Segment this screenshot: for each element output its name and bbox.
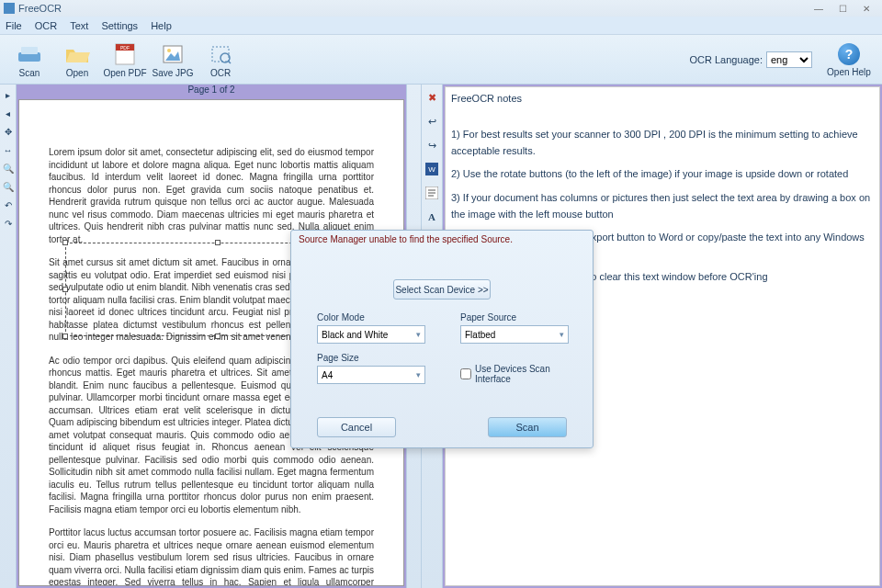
ocr-button[interactable]: OCR — [198, 38, 243, 82]
menubar: File OCR Text Settings Help — [0, 17, 882, 35]
scanner-icon — [17, 41, 42, 67]
move-icon[interactable]: ✥ — [3, 127, 14, 138]
note-line: 1) For best results set your scanner to … — [451, 127, 874, 159]
ocr-icon — [208, 41, 233, 67]
open-button[interactable]: Open — [55, 38, 99, 82]
window-title: FreeOCR — [18, 3, 62, 14]
clear-text-icon[interactable]: ✖ — [424, 90, 439, 105]
svg-line-11 — [228, 61, 231, 63]
maximize-button[interactable]: ☐ — [831, 2, 854, 15]
svg-rect-0 — [4, 3, 15, 14]
scan-button[interactable]: Scan — [7, 38, 51, 82]
export-word-icon[interactable]: W — [424, 162, 439, 176]
app-icon — [4, 3, 15, 14]
pdf-icon: PDF — [112, 41, 138, 67]
doc-para: Porttitor lacus luctus accumsan tortor p… — [49, 526, 374, 586]
cancel-button[interactable]: Cancel — [317, 417, 396, 437]
svg-text:PDF: PDF — [120, 45, 130, 51]
menu-settings[interactable]: Settings — [101, 20, 138, 31]
scan-confirm-button[interactable]: Scan — [488, 417, 567, 437]
rotate-cw-icon[interactable]: ↷ — [3, 219, 14, 230]
svg-rect-2 — [21, 47, 38, 54]
redo-icon[interactable]: ↪ — [424, 138, 439, 153]
use-device-interface-label: Use Devices Scan Interface — [475, 364, 567, 384]
page-size-label: Page Size — [317, 353, 425, 363]
page-size-select[interactable]: A4 — [317, 366, 425, 384]
select-scan-device-button[interactable]: Select Scan Device >> — [393, 279, 491, 300]
notes-title: FreeOCR notes — [451, 91, 874, 107]
ocr-language-select[interactable]: eng — [766, 51, 812, 68]
open-help-button[interactable]: ? Open Help — [823, 38, 875, 82]
left-tool-strip: ▸ ◂ ✥ ↔ 🔍 🔍 ↶ ↷ — [0, 85, 17, 588]
ocr-language-label: OCR Language: — [690, 54, 763, 65]
paper-source-label: Paper Source — [460, 312, 569, 322]
save-jpg-button[interactable]: Save JPG — [151, 38, 195, 82]
open-pdf-button[interactable]: PDF Open PDF — [103, 38, 147, 82]
note-line: 3) If your document has columns or pictu… — [451, 190, 874, 222]
menu-help[interactable]: Help — [151, 20, 172, 31]
arrow-left-icon[interactable]: ◂ — [3, 108, 14, 119]
svg-text:W: W — [428, 165, 435, 174]
image-icon — [160, 41, 186, 67]
menu-file[interactable]: File — [6, 20, 22, 31]
close-button[interactable]: ✕ — [854, 2, 878, 15]
menu-text[interactable]: Text — [70, 20, 88, 31]
color-mode-select[interactable]: Black and White — [317, 325, 425, 344]
scan-dialog: Source Manager unable to find the specif… — [290, 230, 594, 448]
zoom-in-icon[interactable]: 🔍 — [3, 164, 14, 175]
page-indicator: Page 1 of 2 — [17, 85, 406, 97]
help-icon: ? — [838, 43, 860, 65]
resize-horizontal-icon[interactable]: ↔ — [3, 145, 14, 156]
arrow-right-icon[interactable]: ▸ — [3, 90, 14, 101]
color-mode-label: Color Mode — [317, 312, 425, 322]
export-rtf-icon[interactable] — [424, 186, 439, 200]
menu-ocr[interactable]: OCR — [35, 20, 57, 31]
minimize-button[interactable]: — — [807, 2, 831, 15]
use-device-interface-checkbox[interactable] — [460, 368, 471, 379]
titlebar: FreeOCR — ☐ ✕ — [0, 0, 882, 17]
toolbar: Scan Open PDF Open PDF Save JPG OCR OCR … — [0, 35, 882, 85]
paper-source-select[interactable]: Flatbed — [460, 325, 569, 344]
dialog-error-text: Source Manager unable to find the specif… — [291, 231, 593, 248]
ocr-language: OCR Language: eng — [690, 51, 813, 68]
zoom-out-icon[interactable]: 🔍 — [3, 182, 14, 193]
font-icon[interactable]: A — [424, 209, 439, 224]
undo-icon[interactable]: ↩ — [424, 114, 439, 129]
rotate-ccw-icon[interactable]: ↶ — [3, 200, 14, 211]
folder-icon — [64, 41, 90, 67]
svg-point-8 — [167, 49, 171, 52]
note-line: 2) Use the rotate buttons (to the left o… — [451, 166, 874, 183]
